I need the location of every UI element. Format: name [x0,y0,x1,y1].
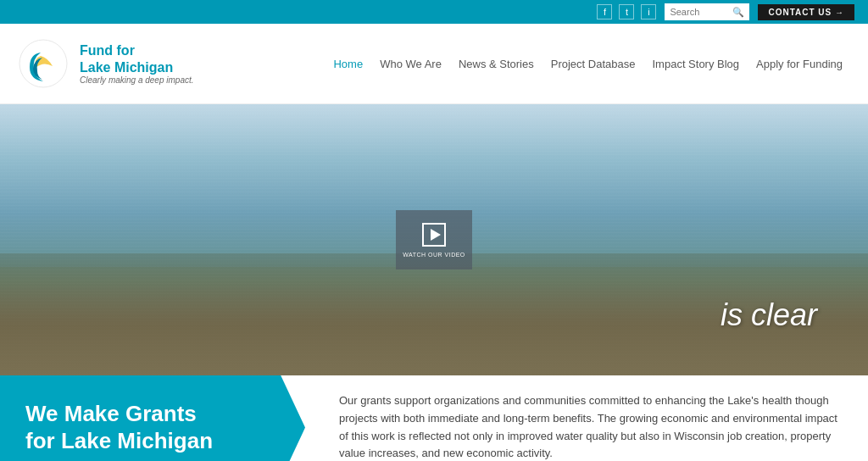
play-triangle-icon [431,229,441,241]
hero-tagline: is clear [721,297,817,333]
search-icon: 🔍 [732,7,744,18]
org-name: Fund for Lake Michigan [80,42,194,75]
play-icon [422,223,446,247]
search-box[interactable]: 🔍 [665,3,749,20]
nav-who-we-are[interactable]: Who We Are [380,58,442,70]
main-nav: Home Who We Are News & Stories Project D… [333,58,843,70]
nav-impact-story-blog[interactable]: Impact Story Blog [652,58,739,70]
description-panel: Our grants support organizations and com… [305,375,868,461]
contact-button[interactable]: CONTACT US → [758,4,854,20]
logo-area: Fund for Lake Michigan Clearly making a … [17,37,194,90]
nav-project-database[interactable]: Project Database [551,58,636,70]
nav-news-stories[interactable]: News & Stories [459,58,534,70]
description-text: Our grants support organizations and com… [339,392,843,461]
hero-section: WATCH OUR VIDEO is clear [0,104,868,375]
video-button-label: WATCH OUR VIDEO [403,252,465,258]
top-bar: f t i 🔍 CONTACT US → [0,0,868,24]
nav-home[interactable]: Home [333,58,363,70]
watch-video-button[interactable]: WATCH OUR VIDEO [396,210,472,269]
nav-apply-for-funding[interactable]: Apply for Funding [756,58,843,70]
instagram-icon[interactable]: i [641,4,656,19]
search-input[interactable] [670,7,729,17]
grant-panel: We Make Grants for Lake Michigan [0,375,305,461]
facebook-icon[interactable]: f [597,4,612,19]
logo [17,37,70,90]
bottom-section: We Make Grants for Lake Michigan Our gra… [0,375,868,461]
grant-heading: We Make Grants for Lake Michigan [25,401,213,453]
logo-text: Fund for Lake Michigan Clearly making a … [80,42,194,84]
logo-svg [17,37,70,90]
twitter-icon[interactable]: t [619,4,634,19]
header: Fund for Lake Michigan Clearly making a … [0,24,868,104]
social-icons: f t i [597,4,656,19]
org-tagline: Clearly making a deep impact. [80,75,194,85]
